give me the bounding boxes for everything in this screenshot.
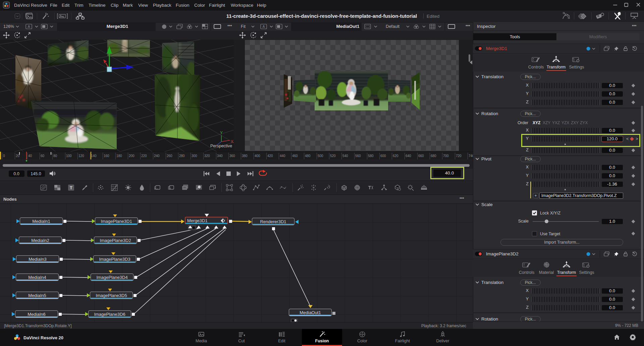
svg-text:Y: Y bbox=[220, 131, 223, 135]
svg-text:T: T bbox=[70, 185, 72, 190]
svg-text:A: A bbox=[28, 25, 30, 29]
svg-text:A: A bbox=[263, 25, 265, 29]
svg-text:X: X bbox=[231, 139, 233, 144]
svg-text:T: T bbox=[368, 185, 371, 190]
